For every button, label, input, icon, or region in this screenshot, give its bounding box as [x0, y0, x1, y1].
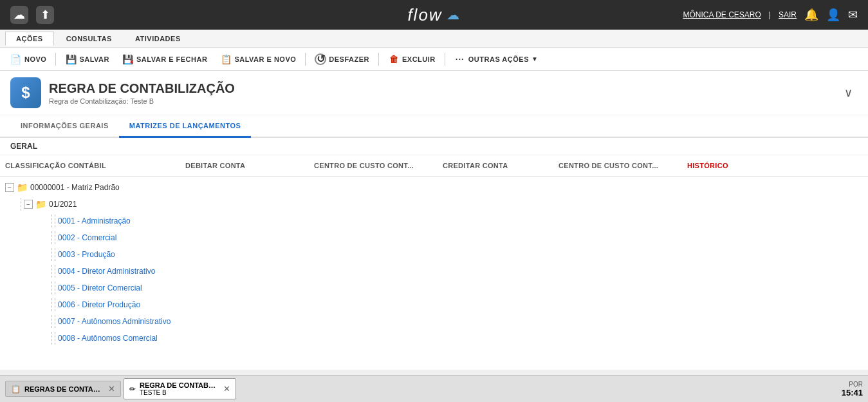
tree-label-9: 0008 - Autônomos Comercial	[58, 334, 158, 343]
menu-atividades[interactable]: ATIVIDADES	[124, 32, 192, 46]
tree-label-0: 00000001 - Matriz Padrão	[30, 183, 120, 192]
tree-line-v-9b	[55, 332, 55, 345]
list-item[interactable]: 0006 - Diretor Produção	[0, 296, 868, 313]
list-item[interactable]: 0005 - Diretor Comercial	[0, 280, 868, 296]
separator-4	[445, 53, 445, 66]
user-name-link[interactable]: MÔNICA DE CESARO	[683, 10, 761, 19]
tab-informacoes-gerais[interactable]: INFORMAÇÕES GERAIS	[10, 115, 119, 138]
tree-line-v-6a	[51, 282, 52, 294]
col-custo-cred: CENTRO DE CUSTO CONT...	[553, 159, 682, 172]
separator-2	[305, 53, 306, 66]
separator-1	[55, 53, 56, 66]
tree-line-v-4b	[55, 248, 55, 261]
tree-line-v-3a	[51, 231, 52, 244]
desfazer-icon: ↺	[315, 53, 326, 65]
col-debitar: DEBITAR CONTA	[180, 159, 309, 172]
excluir-icon: 🗑	[388, 53, 400, 65]
tree-line-v-5a	[51, 265, 52, 278]
excluir-button[interactable]: 🗑 EXCLUIR	[383, 51, 441, 68]
tree-line-v-8a	[51, 315, 52, 328]
page-header-left: $ REGRA DE CONTABILIZAÇÃO Regra de Conta…	[10, 77, 235, 108]
tree-line-v-2a	[51, 215, 52, 227]
col-historico: HISTÓRICO	[682, 159, 759, 172]
outras-acoes-button[interactable]: ··· OUTRAS AÇÕES ▼	[449, 51, 544, 68]
col-classificacao: CLASSIFICAÇÃO CONTÁBIL	[0, 159, 180, 172]
tree-label-2: 0001 - Administração	[58, 216, 131, 225]
app-name: flow	[407, 5, 442, 25]
salvar-button[interactable]: 💾 SALVAR	[60, 51, 115, 68]
tree-label-6: 0005 - Diretor Comercial	[58, 283, 142, 292]
salvar-novo-icon: 📋	[220, 53, 232, 65]
outras-acoes-chevron-icon: ▼	[531, 55, 538, 62]
list-item[interactable]: 0007 - Autônomos Administrativo	[0, 313, 868, 330]
user-avatar-icon[interactable]: 👤	[826, 8, 840, 22]
tree-container: − 📁 00000001 - Matriz Padrão − 📁 01/2021…	[0, 177, 868, 349]
menu-bar: AÇÕES CONSULTAS ATIVIDADES	[0, 30, 868, 48]
novo-button[interactable]: 📄 NOVO	[5, 51, 51, 68]
outras-acoes-dots-icon: ···	[454, 53, 466, 65]
list-item[interactable]: 0003 - Produção	[0, 246, 868, 263]
salvar-label: SALVAR	[79, 55, 109, 63]
tree-line-v-3b	[55, 231, 55, 244]
logout-link[interactable]: SAIR	[779, 10, 797, 19]
page-subtitle: Regra de Contabilização: Teste B	[49, 97, 235, 105]
list-item[interactable]: 0008 - Autônomos Comercial	[0, 330, 868, 347]
list-item[interactable]: − 📁 01/2021	[0, 196, 868, 213]
app-cloud-icon: ☁	[447, 7, 461, 23]
salvar-novo-label: SALVAR E NOVO	[234, 55, 296, 63]
tree-line-v-5b	[55, 265, 55, 278]
tree-line-v-6b	[55, 282, 55, 294]
tree-label-8: 0007 - Autônomos Administrativo	[58, 317, 171, 326]
tree-label-3: 0002 - Comercial	[58, 233, 116, 242]
novo-icon: 📄	[10, 53, 22, 65]
top-bar: ☁ ⬆ flow ☁ MÔNICA DE CESARO | SAIR 🔔 👤 ✉	[0, 0, 868, 30]
page-icon-symbol: $	[21, 84, 30, 102]
page-header: $ REGRA DE CONTABILIZAÇÃO Regra de Conta…	[0, 71, 868, 115]
desfazer-label: DESFAZER	[329, 55, 369, 63]
app-logo: flow ☁	[407, 5, 460, 25]
folder-icon-1: 📁	[35, 199, 46, 209]
tab-bar: INFORMAÇÕES GERAIS MATRIZES DE LANÇAMENT…	[0, 115, 868, 138]
tree-line-v-8b	[55, 315, 55, 328]
separator: |	[769, 10, 771, 19]
top-bar-right: MÔNICA DE CESARO | SAIR 🔔 👤 ✉	[683, 8, 858, 22]
toolbar: 📄 NOVO 💾 SALVAR 💾✕ SALVAR E FECHAR 📋 SAL…	[0, 48, 868, 71]
tree-label-5: 0004 - Diretor Administrativo	[58, 267, 155, 276]
col-custo-deb: CENTRO DE CUSTO CONT...	[309, 159, 438, 172]
menu-consultas[interactable]: CONSULTAS	[55, 32, 123, 46]
col-creditar: CREDITAR CONTA	[438, 159, 553, 172]
tree-line-v-2b	[55, 215, 55, 227]
collapse-button[interactable]: ∨	[839, 83, 858, 102]
list-item[interactable]: 0001 - Administração	[0, 213, 868, 229]
desfazer-button[interactable]: ↺ DESFAZER	[309, 51, 374, 68]
tree-label-4: 0003 - Produção	[58, 250, 115, 259]
salvar-fechar-label: SALVAR E FECHAR	[136, 55, 207, 63]
top-bar-left: ☁ ⬆	[10, 6, 54, 24]
list-item[interactable]: 0004 - Diretor Administrativo	[0, 263, 868, 280]
outras-acoes-label: OUTRAS AÇÕES	[468, 55, 529, 63]
tree-line-v-1	[21, 198, 21, 211]
salvar-novo-button[interactable]: 📋 SALVAR E NOVO	[215, 51, 301, 68]
page-icon: $	[10, 77, 41, 108]
tree-line-v-7a	[51, 298, 52, 311]
list-item[interactable]: − 📁 00000001 - Matriz Padrão	[0, 179, 868, 196]
tree-toggle-0[interactable]: −	[5, 183, 14, 192]
separator-3	[378, 53, 379, 66]
logout-icon-btn[interactable]: ⬆	[36, 6, 54, 24]
table-header: CLASSIFICAÇÃO CONTÁBIL DEBITAR CONTA CEN…	[0, 155, 868, 177]
tree-toggle-1[interactable]: −	[24, 200, 33, 209]
list-item[interactable]: 0002 - Comercial	[0, 229, 868, 246]
page-title-group: REGRA DE CONTABILIZAÇÃO Regra de Contabi…	[49, 81, 235, 105]
tree-line-v-4a	[51, 248, 52, 261]
content-area: GERAL CLASSIFICAÇÃO CONTÁBIL DEBITAR CON…	[0, 138, 868, 370]
tree-line-v-9a	[51, 332, 52, 345]
mail-icon[interactable]: ✉	[848, 8, 858, 22]
tree-line-v-7b	[55, 298, 55, 311]
novo-label: NOVO	[24, 55, 46, 63]
menu-acoes[interactable]: AÇÕES	[5, 32, 54, 46]
page-title: REGRA DE CONTABILIZAÇÃO	[49, 81, 235, 96]
bell-icon[interactable]: 🔔	[804, 8, 818, 22]
cloud-upload-icon[interactable]: ☁	[10, 6, 28, 24]
tab-matrizes-lancamentos[interactable]: MATRIZES DE LANÇAMENTOS	[119, 115, 252, 138]
salvar-fechar-button[interactable]: 💾✕ SALVAR E FECHAR	[117, 51, 212, 68]
